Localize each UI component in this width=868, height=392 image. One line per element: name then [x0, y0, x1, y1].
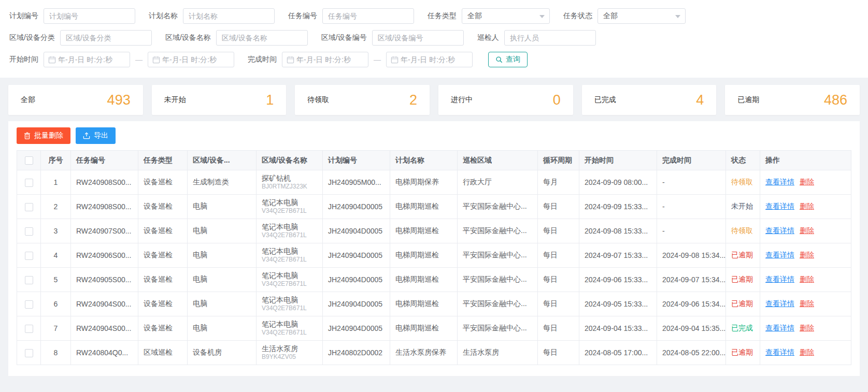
- row-checkbox[interactable]: [25, 276, 33, 284]
- status-text: 已完成: [726, 316, 760, 341]
- export-button[interactable]: 导出: [76, 127, 116, 144]
- cell-actions: 查看详情删除: [760, 195, 851, 219]
- task-no-input[interactable]: [323, 9, 414, 23]
- delete-link[interactable]: 删除: [800, 324, 814, 332]
- view-detail-link[interactable]: 查看详情: [765, 251, 794, 259]
- cell-task-type: 设备巡检: [138, 170, 188, 195]
- task-table: 序号 任务编号 任务类型 区域/设备... 区域/设备名称 计划编号 计划名称 …: [17, 150, 851, 365]
- field-device-name: 区域/设备名称: [165, 30, 308, 46]
- stat-card-done[interactable]: 已完成 4: [582, 85, 717, 115]
- finish-time-to-picker[interactable]: [386, 52, 473, 67]
- device-category-input[interactable]: [61, 31, 151, 45]
- search-button[interactable]: 查询: [488, 52, 528, 67]
- field-device-category: 区域/设备分类: [9, 30, 152, 46]
- inspector-input[interactable]: [505, 31, 595, 45]
- cell-device-name: 笔记本电脑V34Q2E7B671L: [257, 195, 323, 219]
- delete-link[interactable]: 删除: [800, 299, 814, 308]
- field-plan-name: 计划名称: [149, 8, 275, 24]
- cell-finish-time: -: [657, 195, 726, 219]
- row-checkbox[interactable]: [25, 227, 33, 236]
- device-name-text: 笔记本电脑: [262, 247, 317, 256]
- row-checkbox[interactable]: [25, 203, 33, 211]
- delete-link[interactable]: 删除: [800, 178, 814, 186]
- finish-time-to-input[interactable]: [399, 52, 472, 67]
- device-code-text: V34Q2E7B671L: [262, 280, 317, 288]
- row-checkbox[interactable]: [25, 252, 33, 260]
- row-checkbox[interactable]: [25, 179, 33, 187]
- device-code-text: V34Q2E7B671L: [262, 304, 317, 312]
- view-detail-link[interactable]: 查看详情: [765, 202, 794, 210]
- row-checkbox[interactable]: [25, 349, 33, 357]
- device-code-text: V34Q2E7B671L: [262, 207, 317, 215]
- cell-device-name: 笔记本电脑V34Q2E7B671L: [257, 268, 323, 292]
- view-detail-link[interactable]: 查看详情: [765, 299, 794, 308]
- cell-index: 1: [41, 170, 71, 195]
- cell-device-category: 电脑: [188, 219, 257, 243]
- stat-card-not-started[interactable]: 未开始 1: [152, 85, 287, 115]
- cell-device-name: 笔记本电脑V34Q2E7B671L: [257, 292, 323, 316]
- select-all-checkbox[interactable]: [25, 156, 33, 165]
- cell-plan-no: JH240904D0005: [323, 243, 390, 268]
- cell-area: 行政大厅: [458, 170, 538, 195]
- start-time-to-input[interactable]: [160, 52, 234, 67]
- cell-device-category: 生成制造类: [188, 170, 257, 195]
- stat-card-overdue[interactable]: 已逾期 486: [725, 85, 860, 115]
- cell-task-type: 设备巡检: [138, 243, 188, 268]
- row-checkbox[interactable]: [25, 300, 33, 309]
- stat-card-all[interactable]: 全部 493: [8, 85, 143, 115]
- cell-cycle: 每日: [538, 219, 579, 243]
- view-detail-link[interactable]: 查看详情: [765, 178, 794, 186]
- view-detail-link[interactable]: 查看详情: [765, 226, 794, 235]
- stat-card-pending[interactable]: 待领取 2: [295, 85, 430, 115]
- plan-no-input[interactable]: [44, 9, 135, 23]
- batch-delete-button[interactable]: 批量删除: [17, 127, 70, 144]
- start-time-from-input[interactable]: [56, 52, 130, 67]
- start-time-to-picker[interactable]: [148, 52, 234, 67]
- delete-link[interactable]: 删除: [800, 348, 814, 356]
- delete-link[interactable]: 删除: [800, 275, 814, 283]
- inspector-label: 巡检人: [477, 33, 499, 42]
- col-device-name: 区域/设备名称: [257, 151, 323, 170]
- delete-link[interactable]: 删除: [800, 251, 814, 259]
- task-status-select[interactable]: 全部: [597, 8, 686, 24]
- start-time-from-picker[interactable]: [44, 52, 130, 67]
- cell-task-no: RW240908S00...: [71, 170, 138, 195]
- finish-time-from-picker[interactable]: [282, 52, 368, 67]
- export-label: 导出: [94, 131, 108, 140]
- view-detail-link[interactable]: 查看详情: [765, 324, 794, 332]
- task-type-value: 全部: [467, 11, 482, 21]
- finish-time-from-input[interactable]: [294, 52, 368, 67]
- cell-plan-no: JH240905M00...: [323, 170, 390, 195]
- cell-index: 4: [41, 243, 71, 268]
- cell-actions: 查看详情删除: [760, 292, 851, 316]
- device-name-input[interactable]: [217, 31, 307, 45]
- plan-name-input[interactable]: [183, 9, 274, 23]
- batch-delete-label: 批量删除: [34, 131, 63, 140]
- cell-finish-time: 2024-09-04 15:35...: [657, 316, 726, 341]
- stats-row: 全部 493 未开始 1 待领取 2 进行中 0 已完成 4 已逾期 486: [0, 78, 868, 121]
- stat-label: 待领取: [307, 95, 329, 105]
- status-text: 待领取: [726, 219, 760, 243]
- view-detail-link[interactable]: 查看详情: [765, 348, 794, 356]
- stat-label: 全部: [21, 95, 35, 105]
- table-row: 6RW240904S00...设备巡检电脑笔记本电脑V34Q2E7B671LJH…: [17, 292, 851, 316]
- row-checkbox[interactable]: [25, 325, 33, 333]
- device-name-text: 生活水泵房: [262, 344, 317, 353]
- cell-device-name: 笔记本电脑V34Q2E7B671L: [257, 243, 323, 268]
- device-name-text: 笔记本电脑: [262, 223, 317, 231]
- stat-label: 进行中: [451, 95, 473, 105]
- col-status: 状态: [726, 151, 760, 170]
- export-icon: [83, 132, 90, 139]
- view-detail-link[interactable]: 查看详情: [765, 275, 794, 283]
- device-name-label: 区域/设备名称: [165, 33, 211, 42]
- plan-name-label: 计划名称: [149, 11, 178, 21]
- table-row: 3RW240907S00...设备巡检电脑笔记本电脑V34Q2E7B671LJH…: [17, 219, 851, 243]
- task-type-select[interactable]: 全部: [462, 8, 550, 24]
- cell-plan-no: JH240904D0005: [323, 219, 390, 243]
- cell-plan-name: 电梯周期巡检: [390, 195, 458, 219]
- delete-link[interactable]: 删除: [800, 226, 814, 235]
- cell-plan-no: JH240904D0005: [323, 316, 390, 341]
- device-no-input[interactable]: [373, 31, 463, 45]
- delete-link[interactable]: 删除: [800, 202, 814, 210]
- stat-card-in-progress[interactable]: 进行中 0: [438, 85, 573, 115]
